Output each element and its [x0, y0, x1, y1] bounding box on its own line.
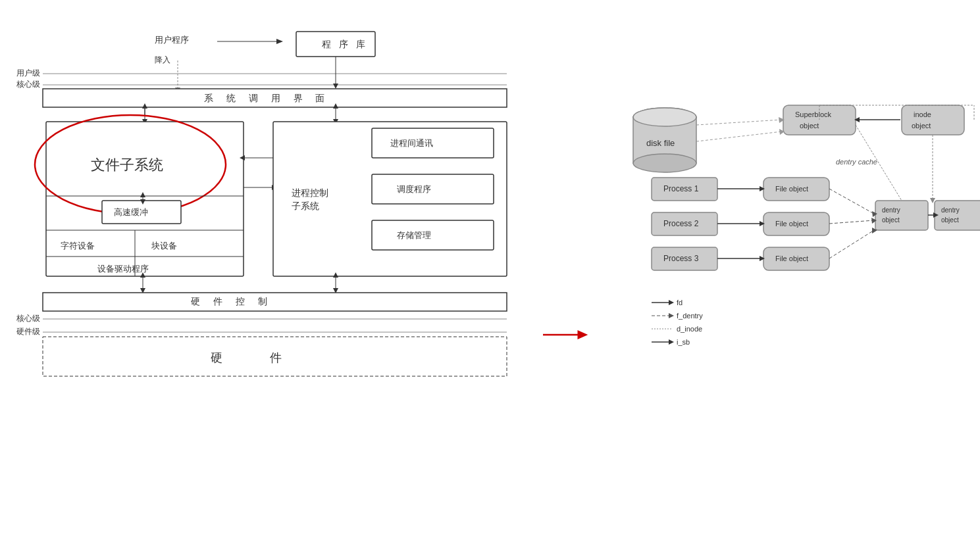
memory-box — [372, 220, 494, 250]
file-subsystem-text: 文件子系统 — [91, 157, 163, 173]
file-object1-text: File object — [775, 185, 808, 193]
fo3-to-dentry-arrow — [829, 230, 874, 258]
fo1-to-dentry-arrow — [829, 189, 874, 214]
svg-marker-3 — [276, 39, 283, 44]
legend-isb-text: i_sb — [677, 338, 690, 346]
syscall-text: 系 统 调 用 界 面 — [204, 93, 330, 103]
process-control-text2: 子系统 — [292, 201, 319, 211]
svg-marker-52 — [669, 339, 674, 345]
process3-text: Process 3 — [663, 254, 699, 263]
program-library-text: 程 序 库 — [322, 39, 368, 49]
ipc-text: 进程间通讯 — [390, 138, 433, 148]
scheduler-box — [372, 174, 494, 204]
dentry-cache-text: dentry cache — [836, 158, 877, 166]
process-control-text: 进程控制 — [292, 187, 328, 198]
memory-text: 存储管理 — [397, 230, 431, 240]
right-diagram: disk file Superblock object inode object… — [619, 20, 980, 525]
process1-text: Process 1 — [663, 184, 699, 193]
svg-marker-50 — [669, 300, 674, 305]
inode-text1: inode — [914, 110, 931, 118]
red-arrow-svg — [543, 325, 589, 345]
device-driver-text: 设备驱动程序 — [97, 264, 149, 274]
kernel-level-top-label: 核心级 — [16, 80, 40, 89]
dentry2-text2: object — [941, 216, 959, 224]
cache-text: 高速缓冲 — [114, 207, 148, 217]
dentry2-box — [935, 201, 980, 230]
svg-marker-7 — [333, 84, 338, 89]
dentry1-box — [875, 201, 928, 230]
char-device-text: 字符设备 — [61, 241, 95, 251]
legend-dinode-text: d_inode — [677, 325, 702, 333]
main-container: 用户级 核心级 用户程序 降入 程 序 库 — [0, 0, 980, 538]
disk-to-superblock-arrow2 — [696, 132, 782, 141]
fo2-to-dentry-arrow — [829, 220, 874, 224]
disk-top-overlay — [633, 108, 696, 126]
left-diagram: 用户级 核心级 用户程序 降入 程 序 库 — [13, 13, 513, 525]
process2-text: Process 2 — [663, 219, 699, 228]
block-device-text: 块设备 — [151, 241, 177, 251]
dentry1-text1: dentry — [882, 207, 900, 214]
hw-control-bar — [43, 293, 507, 311]
hw-control-text: 硬 件 控 制 — [191, 296, 272, 306]
user-level-label: 用户级 — [16, 68, 40, 78]
inode-text2: object — [912, 122, 931, 130]
left-svg: 用户级 核心级 用户程序 降入 程 序 库 — [13, 13, 513, 401]
svg-marker-51 — [669, 313, 674, 318]
dentry2-text1: dentry — [941, 207, 960, 214]
hardware-text: 硬 件 — [211, 351, 290, 364]
legend-fd-text: fd — [677, 299, 683, 306]
superblock-text1: Superblock — [795, 110, 832, 118]
disk-to-superblock-arrow — [696, 120, 782, 125]
svg-marker-35 — [578, 330, 588, 339]
file-object3-text: File object — [775, 255, 808, 262]
superblock-text2: object — [800, 122, 819, 130]
scheduler-text: 调度程序 — [397, 184, 431, 194]
arrow-between-diagrams — [540, 145, 592, 525]
inode-box — [902, 105, 964, 135]
disk-file-text: disk file — [646, 138, 675, 148]
dentry1-text2: object — [882, 216, 900, 224]
right-svg: disk file Superblock object inode object… — [619, 20, 980, 388]
user-program-text: 用户程序 — [155, 35, 189, 45]
disk-bottom — [633, 154, 696, 172]
descend-text: 降入 — [155, 55, 170, 64]
file-subsystem-box — [46, 122, 244, 276]
kernel-level-bottom-label: 核心级 — [16, 314, 40, 323]
file-object2-text: File object — [775, 220, 808, 228]
hardware-level-label: 硬件级 — [16, 327, 40, 336]
legend-fdentry-text: f_dentry — [677, 312, 703, 320]
